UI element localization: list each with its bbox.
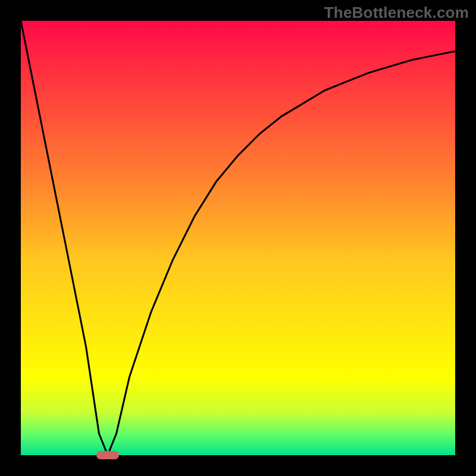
watermark-text: TheBottleneck.com	[324, 4, 469, 22]
curve-svg	[21, 21, 455, 455]
plot-area	[21, 21, 455, 455]
chart-frame: TheBottleneck.com	[0, 0, 476, 476]
bottleneck-curve	[21, 21, 455, 455]
min-marker	[96, 451, 119, 459]
